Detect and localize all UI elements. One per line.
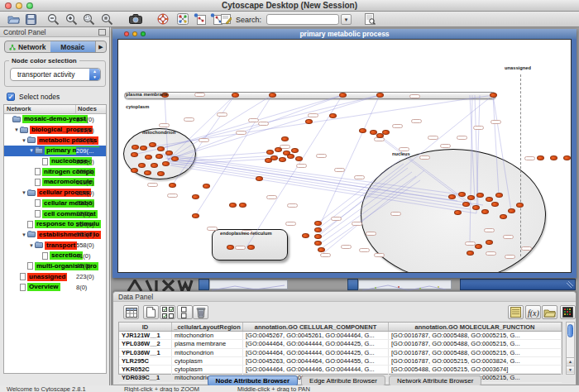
tree-item-secretion[interactable]: secretion41(0) <box>4 251 106 261</box>
graph-node[interactable] <box>144 170 151 175</box>
graph-node[interactable] <box>305 119 313 124</box>
select-all-attributes-icon[interactable] <box>160 305 175 319</box>
graph-node[interactable] <box>314 234 322 239</box>
graph-node[interactable] <box>287 154 294 159</box>
graph-node[interactable] <box>279 157 286 162</box>
graph-node[interactable] <box>239 203 246 208</box>
graph-node[interactable] <box>467 195 475 200</box>
graph-node[interactable] <box>256 176 263 181</box>
column-header-2[interactable]: _cellularLayoutRegion <box>172 323 243 331</box>
graph-node[interactable] <box>472 205 480 210</box>
layout-red-icon[interactable] <box>192 12 207 26</box>
formula-fx-icon[interactable]: f(x) <box>525 305 541 319</box>
table-scrollbar[interactable]: ▲ ▼ <box>566 322 575 375</box>
graph-node[interactable] <box>140 146 147 151</box>
tree-item-cell-communicat[interactable]: cell communicat22(0) <box>4 208 106 219</box>
tree-item-metabolic-process[interactable]: ▼metabolic process280(0) <box>4 135 106 146</box>
graph-node[interactable] <box>232 93 239 98</box>
app-titlebar[interactable]: Cytoscape Desktop (New Session) <box>0 0 579 12</box>
zoom-out-icon[interactable] <box>45 12 60 26</box>
expand-triangle-icon[interactable]: ▼ <box>14 127 20 132</box>
tree-item-cellular-metabo[interactable]: cellular metabo209(0) <box>4 198 106 209</box>
tree-item-unassigned[interactable]: unassigned223(0) <box>4 271 106 282</box>
graph-node[interactable] <box>145 155 152 160</box>
attribute-select-icon[interactable] <box>123 305 139 319</box>
tabs-overflow-arrow[interactable]: ▶ <box>95 41 106 52</box>
graph-node[interactable] <box>550 155 557 160</box>
open-file-icon[interactable] <box>6 12 21 26</box>
delete-attribute-icon[interactable] <box>193 305 208 319</box>
zoom-in-icon[interactable] <box>64 12 79 26</box>
tree-item-nitrogen-compo[interactable]: nitrogen compo209(0) <box>4 166 106 177</box>
tree-item-response-to-stimulu[interactable]: response to stimulu264(0) <box>4 219 106 230</box>
tab-mosaic[interactable]: Mosaic <box>50 41 96 52</box>
tree-item-cellular-process[interactable]: ▼cellular process614(0) <box>4 188 106 198</box>
graph-node[interactable] <box>537 155 544 160</box>
data-panel-titlebar[interactable]: Data Panel <box>113 292 576 302</box>
graph-node[interactable] <box>281 136 289 141</box>
graph-node[interactable] <box>227 245 234 250</box>
zoom-fit-icon[interactable] <box>99 12 114 26</box>
graph-node[interactable] <box>359 128 366 133</box>
graph-node[interactable] <box>192 194 199 199</box>
tree-item-nucleobase-[interactable]: nucleobase-209(0) <box>4 156 106 167</box>
graph-node[interactable] <box>156 154 163 159</box>
tree-item-transport[interactable]: ▼transport558(0) <box>4 240 106 251</box>
matrix-heatmap-icon[interactable] <box>560 305 576 319</box>
graph-node[interactable] <box>165 151 173 155</box>
tree-item-multi-organism-pro[interactable]: multi-organism pro42(0) <box>4 261 106 272</box>
graph-node[interactable] <box>486 240 493 245</box>
help-icon[interactable] <box>156 12 170 26</box>
scroll-down-arrow[interactable]: ▼ <box>567 366 574 373</box>
graph-node[interactable] <box>339 93 347 98</box>
scrollbar-thumb[interactable] <box>567 324 573 337</box>
graph-node[interactable] <box>149 142 156 147</box>
graph-node[interactable] <box>495 193 503 198</box>
graph-node[interactable] <box>500 214 507 219</box>
table-row[interactable]: YLR295Ccytoplasm[GO:0045263, GO:0044464,… <box>119 357 562 366</box>
graph-node[interactable] <box>157 146 165 151</box>
graph-node[interactable] <box>448 194 456 199</box>
graph-node[interactable] <box>376 93 384 98</box>
graph-node[interactable] <box>481 209 489 214</box>
graph-node[interactable] <box>132 145 139 150</box>
graph-node[interactable] <box>490 93 497 98</box>
search-options-arrow[interactable]: ▼ <box>341 14 352 25</box>
graph-node[interactable] <box>131 168 138 173</box>
graph-node[interactable] <box>314 241 322 246</box>
tree-item-macromolecule[interactable]: macromolecule311(0) <box>4 177 106 188</box>
graph-node[interactable] <box>314 227 322 232</box>
table-row[interactable]: YPL036W__2plasma membrane[GO:0044464, GO… <box>119 340 562 348</box>
graph-node[interactable] <box>302 233 309 238</box>
graph-node[interactable] <box>318 247 325 252</box>
tree-header-network[interactable]: Network <box>4 105 76 113</box>
graph-node[interactable] <box>229 203 237 208</box>
graph-node[interactable] <box>458 192 466 197</box>
zoom-selected-icon[interactable] <box>81 12 96 26</box>
graph-node[interactable] <box>476 193 484 198</box>
expand-triangle-icon[interactable]: ▼ <box>29 148 35 153</box>
graph-node[interactable] <box>162 161 170 166</box>
notepad-icon[interactable] <box>508 305 524 319</box>
network-canvas[interactable]: plasma membrane cytoplasm mitochondrion … <box>117 39 572 273</box>
save-icon[interactable] <box>23 12 38 26</box>
graph-node[interactable] <box>171 156 179 161</box>
column-header-4[interactable]: annotation.GO MOLECULAR_FUNCTION <box>389 323 562 331</box>
search-report-icon[interactable] <box>362 12 377 26</box>
graph-node[interactable] <box>269 93 276 98</box>
graph-node[interactable] <box>247 245 255 250</box>
graph-node[interactable] <box>265 158 272 163</box>
select-nodes-checkbox[interactable]: ✓ <box>7 93 15 101</box>
tree-header-nodes[interactable]: Nodes <box>76 105 106 113</box>
graph-node[interactable] <box>275 147 282 152</box>
snapshot-icon[interactable] <box>128 12 143 26</box>
tab-network[interactable]: Network <box>5 41 50 52</box>
column-header-3[interactable]: annotation.GO CELLULAR_COMPONENT <box>243 323 389 331</box>
background-window-titlebar[interactable] <box>347 279 358 290</box>
new-attribute-icon[interactable] <box>143 305 159 319</box>
graph-node[interactable] <box>266 150 274 155</box>
graph-node[interactable] <box>131 152 138 157</box>
network-overview-icon[interactable] <box>175 12 190 26</box>
graph-node[interactable] <box>467 251 474 256</box>
tree-item-establishment-of-lo[interactable]: ▼establishment of lo558(0) <box>4 230 106 241</box>
